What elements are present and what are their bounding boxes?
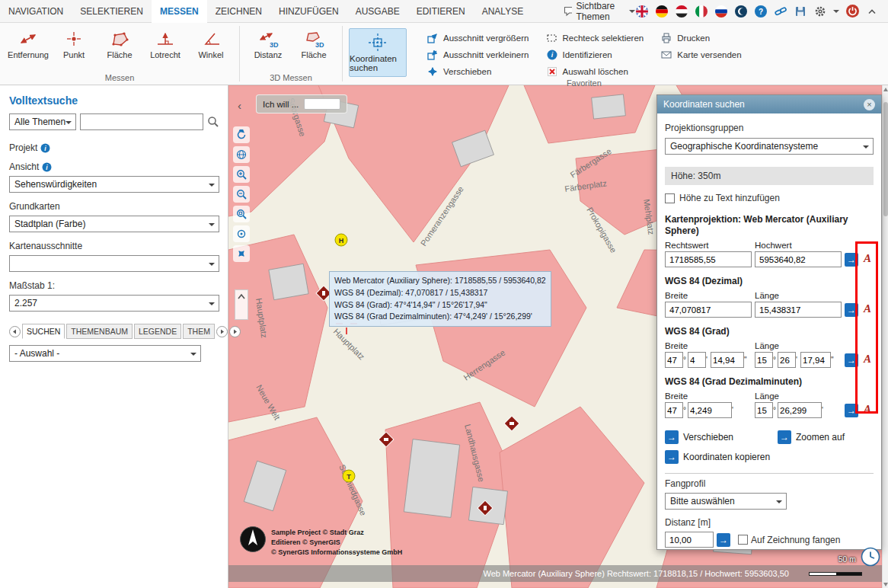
projection-group-select[interactable]: Geographische Koordinatensysteme — [665, 138, 874, 155]
zoom-extent-button[interactable] — [233, 245, 250, 262]
dms-lon-sec-input[interactable] — [800, 352, 831, 368]
dms-lat-deg-input[interactable] — [665, 352, 683, 368]
fulltext-search-title[interactable]: Volltextsuche — [9, 94, 220, 107]
language-flag-uk[interactable] — [635, 5, 649, 18]
dms-lon-min-input[interactable] — [778, 352, 796, 368]
rectangle-select-button[interactable]: Rechteck selektieren — [546, 30, 644, 45]
menu-hinzufuegen[interactable]: HINZUFÜGEN — [270, 0, 347, 23]
view-select[interactable]: Sehenswürdigkeiten — [9, 176, 219, 193]
settings-gear-icon[interactable] — [813, 5, 827, 18]
menu-messen[interactable]: MESSEN — [152, 0, 207, 23]
basemap-select[interactable]: Stadtplan (Farbe) — [9, 216, 219, 232]
measure-area-button[interactable]: Fläche — [97, 26, 142, 59]
measure-perpendicular-button[interactable]: Lotrecht — [143, 26, 187, 59]
label-coordinate-icon[interactable]: A — [861, 353, 874, 368]
scrollbar-up-arrow[interactable] — [883, 85, 888, 93]
language-crescent-icon[interactable] — [734, 5, 748, 18]
print-button[interactable]: Drucken — [660, 30, 741, 45]
label-coordinate-icon[interactable]: A — [861, 403, 874, 418]
ich-will-input[interactable] — [304, 98, 340, 110]
dms-lon-deg-input[interactable] — [755, 352, 773, 368]
scale-select[interactable]: 2.257 — [9, 295, 219, 312]
clear-selection-button[interactable]: Auswahl löschen — [546, 64, 644, 78]
measure-3d-distance-button[interactable]: 3D Distanz — [246, 26, 290, 59]
apply-mercator-button[interactable]: → — [845, 253, 858, 267]
snap-to-drawing-checkbox[interactable] — [738, 535, 748, 545]
pan-to-coordinate-button[interactable]: → Verschieben — [665, 430, 778, 444]
north-compass-icon[interactable] — [239, 526, 267, 556]
history-clock-button[interactable] — [861, 547, 880, 570]
dm-lat-min-input[interactable] — [688, 402, 732, 418]
identify-button[interactable]: i Identifizieren — [546, 47, 644, 62]
tab-suchen[interactable]: SUCHEN — [22, 324, 65, 339]
tab-themenbaum[interactable]: THEMENBAUM — [66, 324, 133, 339]
search-icon[interactable] — [207, 116, 219, 128]
coordinate-search-button[interactable]: Koordinaten suchen — [349, 28, 407, 77]
measure-point-button[interactable]: Punkt — [52, 26, 96, 59]
sidebar-collapse-button[interactable]: ‹ — [238, 99, 241, 112]
visible-themes-dropdown[interactable]: Sichtbare Themen — [564, 1, 635, 22]
distance-input[interactable] — [665, 532, 714, 548]
refresh-map-button[interactable] — [233, 126, 250, 143]
selection-select[interactable]: - Auswahl - — [9, 345, 201, 362]
snap-profile-select[interactable]: Bitte auswählen — [665, 493, 787, 510]
language-flag-de[interactable] — [655, 5, 669, 18]
menu-zeichnen[interactable]: ZEICHNEN — [207, 0, 270, 23]
decimal-lat-input[interactable] — [665, 302, 752, 318]
dms-lat-sec-input[interactable] — [711, 352, 744, 368]
pan-button[interactable]: Verschieben — [426, 64, 529, 78]
zoom-in-extent-button[interactable]: Ausschnitt vergrößern — [426, 30, 529, 45]
help-icon[interactable]: ? — [754, 5, 768, 18]
tabs-next-button[interactable] — [216, 326, 228, 337]
apply-decimal-button[interactable]: → — [845, 303, 858, 317]
fulltext-search-input[interactable] — [80, 113, 203, 130]
dm-lat-deg-input[interactable] — [665, 402, 683, 418]
menu-selektieren[interactable]: SELEKTIEREN — [72, 0, 152, 23]
send-map-button[interactable]: Karte versenden — [660, 47, 741, 62]
decimal-lon-input[interactable] — [755, 302, 842, 318]
rechtswert-input[interactable] — [665, 251, 752, 267]
language-flag-it[interactable] — [695, 5, 708, 18]
info-icon[interactable]: i — [40, 143, 50, 153]
collapse-ribbon-chevron-icon[interactable] — [865, 5, 879, 18]
zoom-out-button[interactable] — [233, 186, 250, 203]
hochwert-input[interactable] — [755, 251, 842, 267]
apply-distance-button[interactable]: → — [717, 533, 730, 547]
panel-header[interactable]: Koordinaten suchen × — [657, 95, 881, 113]
tab-legende[interactable]: LEGENDE — [134, 324, 181, 339]
scrollbar-thumb[interactable] — [883, 102, 888, 216]
apply-dm-button[interactable]: → — [845, 404, 858, 417]
measure-angle-button[interactable]: Winkel — [189, 26, 233, 59]
language-flag-ru[interactable] — [714, 5, 728, 18]
settings-caret-icon[interactable] — [833, 10, 839, 16]
logout-power-button[interactable] — [845, 5, 859, 18]
label-coordinate-icon[interactable]: A — [861, 302, 874, 318]
apply-dms-button[interactable]: → — [845, 353, 858, 367]
theme-filter-select[interactable]: Alle Themen — [9, 113, 76, 130]
language-flag-eg[interactable] — [675, 5, 688, 18]
vertical-scrollbar[interactable] — [882, 85, 888, 588]
poi-h-marker[interactable]: H — [335, 234, 347, 246]
copy-coordinates-button[interactable]: → Koordinaten kopieren — [665, 450, 778, 464]
zoom-in-button[interactable] — [233, 166, 250, 183]
zoom-to-coordinate-button[interactable]: → Zoomen auf — [778, 430, 845, 444]
dms-lat-min-input[interactable] — [688, 352, 706, 368]
link-icon[interactable] — [774, 5, 787, 18]
globe-overview-button[interactable] — [233, 146, 250, 163]
label-coordinate-icon[interactable]: A — [861, 252, 874, 267]
scrollbar-down-arrow[interactable] — [883, 580, 888, 588]
extent-select[interactable] — [9, 255, 219, 272]
map-scroll-up-button[interactable] — [235, 289, 248, 320]
zoom-out-extent-button[interactable]: Ausschnitt verkleinern — [426, 47, 529, 62]
measure-distance-button[interactable]: Entfernung — [6, 26, 50, 59]
zoom-window-button[interactable] — [233, 206, 250, 222]
panel-close-button[interactable]: × — [864, 99, 875, 110]
info-icon[interactable]: i — [42, 162, 52, 172]
dm-lon-deg-input[interactable] — [755, 402, 773, 418]
menu-navigation[interactable]: NAVIGATION — [0, 0, 72, 23]
tab-themen[interactable]: THEM — [183, 324, 215, 339]
dm-lon-min-input[interactable] — [778, 402, 822, 418]
menu-analyse[interactable]: ANALYSE — [474, 0, 532, 23]
tabs-prev-button[interactable] — [9, 326, 21, 337]
height-to-text-checkbox[interactable] — [665, 193, 675, 203]
